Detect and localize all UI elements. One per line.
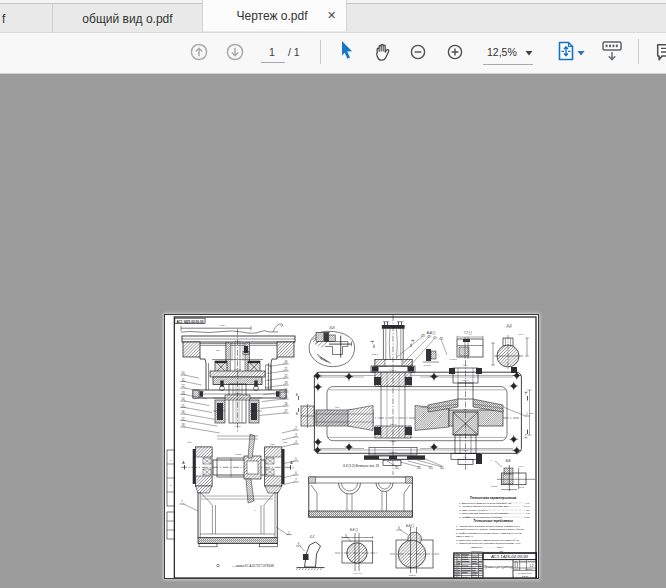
svg-text:∅28Н7: ∅28Н7 [372, 353, 380, 355]
svg-text:∅35Н7: ∅35Н7 [390, 423, 398, 425]
svg-text:В-В: В-В [506, 459, 511, 463]
svg-text:1 отв.: 1 отв. [518, 465, 524, 467]
svg-text:36: 36 [526, 509, 529, 512]
svg-text:14: 14 [396, 465, 399, 468]
svg-text:∅12Н8: ∅12Н8 [491, 485, 499, 487]
svg-text:в: в [254, 509, 256, 511]
svg-text:∅30k6: ∅30k6 [390, 440, 397, 442]
svg-text:40Н8/к6: 40Н8/к6 [449, 358, 457, 360]
svg-text:П: П [170, 484, 172, 486]
svg-text:Д-Д: Д-Д [506, 324, 512, 328]
svg-text:М24: М24 [216, 349, 221, 351]
svg-text:Листов 1: Листов 1 [526, 568, 533, 570]
svg-text:2. Частота вращения выходного: 2. Частота вращения выходного вала, мин [458, 505, 509, 508]
svg-text:∅38Н7: ∅38Н7 [462, 379, 470, 381]
svg-text:— смазка И-Г-А-32 ГОСТ 20799-8: — смазка И-Г-А-32 ГОСТ 20799-88 [231, 564, 274, 568]
svg-text:0,98: 0,98 [524, 516, 529, 519]
svg-text:1475: 1475 [524, 505, 530, 508]
svg-text:АС1 1425-02.00.00: АС1 1425-02.00.00 [176, 320, 203, 324]
svg-text:1:2: 1:2 [529, 564, 534, 568]
svg-text:Е-Е ( ): Е-Е ( ) [350, 528, 358, 532]
svg-text:Б: Б [296, 393, 298, 397]
svg-text:∅52: ∅52 [270, 443, 275, 445]
svg-text:∅38k6: ∅38k6 [235, 453, 242, 455]
svg-text:4 отв. ∅9: 4 отв. ∅9 [352, 572, 362, 574]
svg-text:Гарантия К ...................: Гарантия К ..................... 407 [471, 550, 504, 553]
svg-text:475: 475 [525, 502, 530, 505]
svg-text:АС1 1425-02.00.00: АС1 1425-02.00.00 [490, 554, 529, 559]
svg-text:К-К (1:2) Вентиль поз. 16: К-К (1:2) Вентиль поз. 16 [343, 464, 379, 468]
svg-text:Г: Г [525, 434, 527, 438]
svg-text:Привод-редуктор: Привод-редуктор [483, 565, 512, 569]
svg-text:5. Коэффициент полезного дейст: 5. Коэффициент полезного действия [459, 516, 503, 519]
svg-text:МЗ-31: МЗ-31 [522, 575, 529, 577]
svg-text:260: 260 [530, 412, 534, 414]
svg-text:НГАВТ СМ гр.: НГАВТ СМ гр. [518, 572, 532, 574]
svg-text:16: 16 [430, 465, 433, 468]
svg-text:40Н8/к6: 40Н8/к6 [423, 364, 431, 366]
svg-text:∅50: ∅50 [335, 406, 340, 408]
svg-text:Х-Х: Х-Х [309, 535, 315, 539]
svg-text:1,2: 1,2 [526, 512, 530, 515]
svg-text:15: 15 [418, 465, 421, 468]
svg-text:3. Срок службы на ходу, ч: 3. Срок службы на ходу, ч [459, 509, 488, 512]
svg-text:∅35k6: ∅35k6 [234, 340, 241, 342]
svg-text:И-И: И-И [330, 326, 335, 330]
svg-text:∅68: ∅68 [283, 441, 288, 443]
svg-text:Масштаб: Масштаб [528, 560, 535, 562]
svg-text:Технические требования: Технические требования [473, 519, 513, 523]
svg-text:∅62Н7: ∅62Н7 [234, 368, 242, 370]
svg-text:Г: Г [525, 392, 527, 396]
svg-text:А: А [182, 461, 185, 465]
svg-text:17: 17 [441, 465, 444, 468]
svg-text:Б: Б [296, 412, 298, 416]
svg-text:∅72: ∅72 [187, 441, 192, 443]
svg-text:∅40k6: ∅40k6 [234, 425, 241, 427]
svg-text:Масса: Масса [521, 560, 526, 562]
svg-text:Б-Б ( ): Б-Б ( ) [406, 524, 414, 528]
svg-text:2 отв.: 2 отв. [518, 333, 524, 335]
svg-text:∅40Н7: ∅40Н7 [390, 369, 398, 371]
svg-text:∅45: ∅45 [463, 364, 468, 366]
svg-text:Т: Т [372, 341, 374, 345]
svg-text:4. Рабочая вентильная установк: 4. Рабочая вентильная установка по венти… [456, 542, 521, 545]
svg-text:∅35k6: ∅35k6 [462, 449, 469, 451]
svg-text:∅30: ∅30 [463, 456, 468, 458]
svg-text:∅52Н8: ∅52Н8 [409, 574, 417, 576]
svg-text:∅25Н7: ∅25Н7 [390, 451, 398, 453]
svg-text:Лист 1: Лист 1 [514, 568, 519, 570]
svg-text:А-А ( ): А-А ( ) [426, 331, 436, 335]
svg-text:∅9Н8: ∅9Н8 [518, 486, 524, 488]
svg-text:∅45Н7: ∅45Н7 [234, 392, 242, 394]
svg-text:6: 6 [490, 459, 492, 461]
svg-text:И: И [170, 459, 172, 461]
svg-text:Техническая характеристика: Техническая характеристика [470, 496, 517, 500]
svg-text:Г-Г ( ): Г-Г ( ) [464, 331, 471, 335]
svg-text:Лит.: Лит. [515, 560, 519, 562]
svg-text:1. Вращающий момент на выходно: 1. Вращающий момент на выходном валу, Нм [459, 502, 511, 505]
svg-text:1495: 1495 [219, 324, 225, 326]
svg-text:4. Запас полного вращения выхо: 4. Запас полного вращения выходного вала [459, 512, 509, 515]
